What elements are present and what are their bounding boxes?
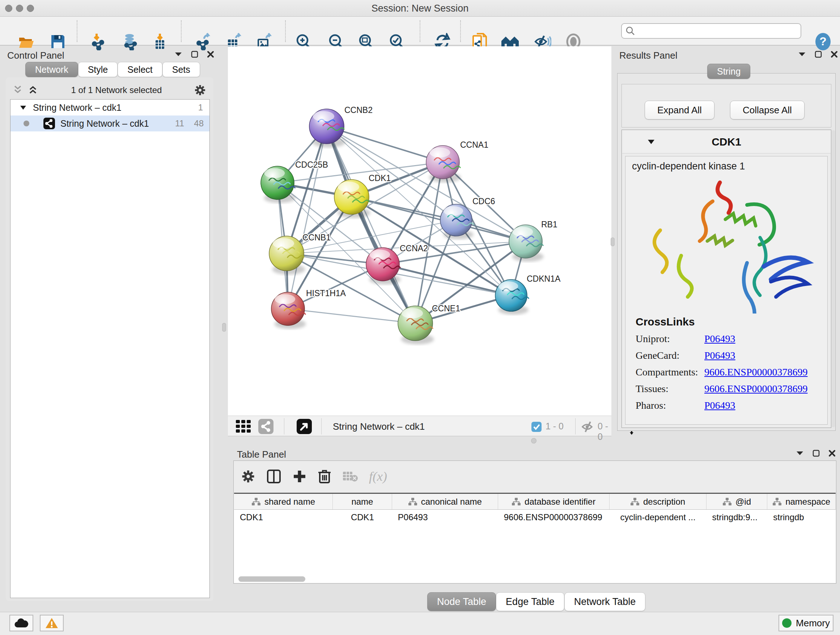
cell-database-identifier[interactable]: 9606.ENSP00000378699 <box>498 510 609 525</box>
crosslink-link[interactable]: 9606.ENSP00000378699 <box>704 383 807 394</box>
table-row[interactable]: CDK1CDK1P064939606.ENSP00000378699cyclin… <box>234 510 836 525</box>
horizontal-splitter-handle[interactable] <box>531 438 537 443</box>
results-panel-close-icon[interactable] <box>831 51 838 58</box>
crosslink-link[interactable]: 9606.ENSP00000378699 <box>704 366 807 378</box>
cell-namespace[interactable]: stringdb <box>767 510 836 525</box>
network-node-CDKN1A[interactable] <box>495 279 529 315</box>
save-session-button[interactable] <box>48 32 68 51</box>
tab-style[interactable]: Style <box>78 62 118 77</box>
search-input[interactable] <box>621 23 801 39</box>
vertical-splitter-handle[interactable] <box>222 323 226 332</box>
network-options-gear-icon[interactable] <box>194 84 206 96</box>
network-tree: String Network – cdk1 1 String Network –… <box>10 99 210 598</box>
function-builder-icon[interactable]: f(x) <box>369 469 387 484</box>
hidden-eye-icon <box>581 421 595 432</box>
node-table[interactable]: shared namenamecanonical namedatabase id… <box>234 493 836 583</box>
network-node-CCNA1[interactable] <box>426 146 461 182</box>
crosslink-row: Pharos:P06493 <box>636 400 807 411</box>
network-row[interactable]: String Network – cdk1 11 48 <box>11 116 210 131</box>
collapse-all-networks-icon[interactable] <box>13 86 24 95</box>
table-panel-menu-icon[interactable] <box>796 451 804 456</box>
grid-view-icon[interactable] <box>236 420 253 433</box>
control-panel-close-icon[interactable] <box>207 51 214 58</box>
network-node-CCNE1[interactable] <box>398 306 434 344</box>
create-column-plus-icon[interactable] <box>292 469 307 484</box>
tab-node-table[interactable]: Node Table <box>427 592 496 611</box>
network-canvas[interactable]: CCNB2CCNA1CDC25BCDK1CDC6RB1CCNB1CCNA2CDK… <box>228 46 611 416</box>
help-button[interactable]: ? <box>813 32 833 51</box>
cell-description[interactable]: cyclin-dependent ... <box>609 510 706 525</box>
column-header-shared-name[interactable]: shared name <box>234 494 333 509</box>
network-node-CCNB1[interactable] <box>269 236 305 274</box>
import-network-file-button[interactable] <box>88 32 108 51</box>
column-header-name[interactable]: name <box>333 494 392 509</box>
cell-@id[interactable]: stringdb:9... <box>706 510 767 525</box>
cloud-status-button[interactable] <box>9 615 33 631</box>
network-node-CDC25B[interactable] <box>261 166 295 203</box>
string-app-icon <box>43 117 55 130</box>
crosslink-link[interactable]: P06493 <box>704 350 736 361</box>
string-network-graph[interactable]: CCNB2CCNA1CDC25BCDK1CDC6RB1CCNB1CCNA2CDK… <box>228 46 611 416</box>
cell-name[interactable]: CDK1 <box>333 510 392 525</box>
network-collection-row[interactable]: String Network – cdk1 1 <box>11 100 210 116</box>
column-header-database-identifier[interactable]: database identifier <box>498 494 609 509</box>
gene-entry-header[interactable]: CDK1 <box>622 130 831 154</box>
results-panel-menu-icon[interactable] <box>798 52 806 57</box>
window-titlebar: Session: New Session <box>0 0 840 17</box>
crosslink-label: Compartments: <box>636 366 704 378</box>
crosslink-link[interactable]: P06493 <box>704 400 736 411</box>
column-header-@id[interactable]: @id <box>706 494 767 509</box>
warnings-button[interactable] <box>40 615 64 631</box>
network-share-view-icon[interactable] <box>258 419 273 434</box>
toolbar-separator <box>420 20 420 42</box>
table-header-row: shared namenamecanonical namedatabase id… <box>234 494 836 510</box>
export-network-button[interactable] <box>194 32 213 51</box>
svg-text:?: ? <box>819 35 827 48</box>
expand-all-button[interactable]: Expand All <box>645 101 714 119</box>
tab-edge-table[interactable]: Edge Table <box>496 592 564 611</box>
cell-shared-name[interactable]: CDK1 <box>234 510 333 525</box>
network-node-CDK1[interactable] <box>334 180 370 218</box>
crosslink-link[interactable]: P06493 <box>704 333 736 345</box>
open-session-button[interactable] <box>16 32 36 51</box>
footer-separator <box>321 418 322 434</box>
column-header-namespace[interactable]: namespace <box>767 494 836 509</box>
memory-label: Memory <box>796 618 830 629</box>
column-header-description[interactable]: description <box>609 494 706 509</box>
table-panel-float-icon[interactable] <box>813 450 820 457</box>
control-panel-menu-icon[interactable] <box>174 52 182 57</box>
gene-symbol: CDK1 <box>655 136 798 148</box>
tab-sets[interactable]: Sets <box>163 62 200 77</box>
gene-collapse-icon[interactable] <box>647 139 655 144</box>
network-node-CDC6[interactable] <box>440 204 474 239</box>
import-table-file-button[interactable] <box>150 32 170 51</box>
column-header-canonical-name[interactable]: canonical name <box>392 494 498 509</box>
tab-network-table[interactable]: Network Table <box>564 592 646 611</box>
network-node-RB1[interactable] <box>509 225 544 262</box>
network-node-CCNB2[interactable] <box>309 109 346 147</box>
results-scrollbar[interactable] <box>832 130 835 427</box>
table-horizontal-scrollbar[interactable] <box>238 576 305 582</box>
crosslink-label: GeneCard: <box>636 350 704 361</box>
expand-all-networks-icon[interactable] <box>28 86 39 95</box>
table-panel-close-icon[interactable] <box>829 450 836 457</box>
show-columns-icon[interactable] <box>266 469 281 484</box>
results-panel-float-icon[interactable] <box>815 51 822 58</box>
tab-select[interactable]: Select <box>118 62 162 77</box>
memory-button[interactable]: Memory <box>778 615 834 631</box>
collection-expander-icon[interactable] <box>20 105 27 110</box>
delete-column-trash-icon[interactable] <box>317 469 332 484</box>
table-settings-gear-icon[interactable] <box>241 469 256 484</box>
import-network-database-button[interactable] <box>120 32 140 51</box>
network-node-CCNA2[interactable] <box>366 248 401 285</box>
warning-icon <box>45 617 58 629</box>
tab-network[interactable]: Network <box>25 62 78 77</box>
results-splitter-handle[interactable] <box>611 238 615 246</box>
collapse-all-button[interactable]: Collapse All <box>730 101 805 119</box>
clear-table-icon[interactable] <box>342 470 358 483</box>
tab-string[interactable]: String <box>707 64 750 79</box>
network-node-HIST1H1A[interactable] <box>271 292 306 329</box>
control-panel-float-icon[interactable] <box>191 51 198 58</box>
birds-eye-view-icon[interactable] <box>297 419 312 434</box>
cell-canonical-name[interactable]: P06493 <box>392 510 498 525</box>
